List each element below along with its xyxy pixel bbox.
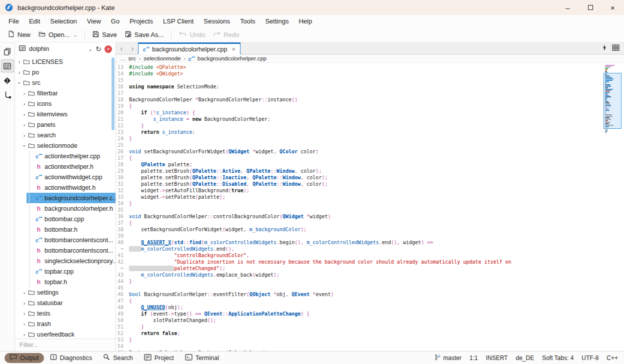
- breadcrumb-item[interactable]: selectionmode: [144, 55, 180, 61]
- tree-item-trash[interactable]: ›trash: [15, 319, 116, 329]
- menu-view[interactable]: View: [82, 16, 106, 26]
- tree-item-backgroundcolorhelper-h[interactable]: hbackgroundcolorhelper.h: [15, 203, 116, 214]
- status-tab-settings[interactable]: Soft Tabs: 4: [542, 355, 574, 362]
- tree-item-kitemviews[interactable]: ›kitemviews: [15, 109, 116, 119]
- tree-item-body[interactable]: hsingleclickselectionproxy...: [26, 256, 116, 266]
- tree-item-selectionmode[interactable]: ›selectionmode: [15, 140, 116, 151]
- project-dropdown-icon[interactable]: ⌄: [88, 46, 92, 52]
- sidebar-symbols-icon[interactable]: [1, 88, 14, 101]
- output-toolview-button[interactable]: Output: [4, 353, 44, 363]
- tree-item-singleclickselectionproxy-[interactable]: hsingleclickselectionproxy...: [15, 256, 116, 266]
- status-encoding[interactable]: UTF-8: [582, 355, 598, 362]
- tree-item-actiontexthelper-cpp[interactable]: c++actiontexthelper.cpp: [15, 151, 116, 161]
- tree-item-bottombar-h[interactable]: hbottombar.h: [15, 224, 116, 235]
- tree-item-icons[interactable]: ›icons: [15, 98, 116, 109]
- tree-item-body[interactable]: c++bottombar.cpp: [26, 214, 86, 224]
- save-button[interactable]: Save: [88, 29, 121, 41]
- status-cursor-position[interactable]: 1:1: [470, 355, 478, 362]
- diagnostics-toolview-button[interactable]: Diagnostics: [45, 353, 98, 363]
- tree-item-body[interactable]: ›tests: [22, 308, 52, 319]
- tree-item-search[interactable]: ›search: [15, 130, 116, 140]
- status-dictionary[interactable]: de_DE: [516, 355, 534, 362]
- open-button[interactable]: Open...⌄: [34, 29, 81, 41]
- menu-tools[interactable]: Tools: [235, 16, 260, 26]
- tree-item-body[interactable]: c++actionwithwidget.cpp: [26, 172, 104, 182]
- tree-item-backgroundcolorhelper-c-[interactable]: c++backgroundcolorhelper.c...: [15, 193, 116, 203]
- tree-item-topbar-cpp[interactable]: c++topbar.cpp: [15, 266, 116, 277]
- tree-item-body[interactable]: hbottombar.h: [26, 224, 80, 235]
- sidebar-documents-icon[interactable]: [1, 45, 14, 58]
- close-button[interactable]: ×: [602, 0, 624, 15]
- tree-item-actiontexthelper-h[interactable]: hactiontexthelper.h: [15, 161, 116, 172]
- expand-icon[interactable]: ›: [22, 111, 27, 117]
- save-as-button[interactable]: Save As...: [121, 29, 168, 41]
- tab-close-icon[interactable]: ×: [232, 45, 236, 53]
- expand-icon[interactable]: ›: [22, 290, 27, 296]
- menu-selection[interactable]: Selection: [45, 16, 82, 26]
- tree-item-body[interactable]: ›src: [16, 77, 42, 88]
- tree-item-po[interactable]: ›po: [15, 67, 116, 77]
- tree-item-body[interactable]: ›trash: [22, 319, 53, 329]
- tree-item-body[interactable]: ›po: [16, 67, 41, 77]
- redo-button[interactable]: Redo: [209, 29, 243, 40]
- expand-icon[interactable]: ›: [22, 332, 27, 338]
- project-name[interactable]: dolphin: [29, 45, 49, 52]
- tree-item-tests[interactable]: ›tests: [15, 308, 116, 319]
- collapse-icon[interactable]: ›: [22, 143, 28, 148]
- expand-icon[interactable]: ›: [16, 69, 22, 75]
- tree-item-body[interactable]: ›filterbar: [22, 88, 60, 98]
- breadcrumb-item[interactable]: src: [128, 55, 136, 61]
- refresh-icon[interactable]: ↻: [96, 45, 102, 53]
- tree-item-panels[interactable]: ›panels: [15, 119, 116, 130]
- tree-item-body[interactable]: ›search: [22, 130, 58, 140]
- menu-projects[interactable]: Projects: [124, 16, 158, 26]
- expand-icon[interactable]: ›: [22, 311, 27, 317]
- tree-item-body[interactable]: ›panels: [22, 119, 58, 130]
- split-view-icon[interactable]: [612, 44, 620, 53]
- tree-item-body[interactable]: hactiontexthelper.h: [26, 161, 96, 172]
- tree-item-body[interactable]: c++bottombarcontentscont...: [26, 235, 116, 245]
- code-editor[interactable]: 13#include <QPalette>14#include <QWidget…: [116, 63, 624, 351]
- expand-icon[interactable]: ›: [22, 300, 27, 306]
- tree-item-body[interactable]: ›settings: [22, 287, 60, 298]
- undo-button[interactable]: Undo: [175, 29, 209, 40]
- tree-item-topbar-h[interactable]: htopbar.h: [15, 277, 116, 287]
- close-panel-icon[interactable]: ×: [104, 45, 112, 53]
- search-toolview-button[interactable]: Search: [98, 353, 138, 363]
- minimap-viewport[interactable]: [604, 73, 622, 129]
- sidebar-project-list-icon[interactable]: [1, 59, 14, 72]
- tree-item-body[interactable]: hactionwithwidget.h: [26, 182, 98, 193]
- menu-go[interactable]: Go: [106, 16, 124, 26]
- menu-lsp-client[interactable]: LSP Client: [158, 16, 198, 26]
- tree-item-statusbar[interactable]: ›statusbar: [15, 298, 116, 308]
- minimize-button[interactable]: –: [556, 0, 579, 15]
- tree-item-bottombar-cpp[interactable]: c++bottombar.cpp: [15, 214, 116, 224]
- back-icon[interactable]: ‹: [116, 42, 127, 54]
- lightning-icon[interactable]: [602, 44, 606, 53]
- minimap-scrollbar[interactable]: [605, 65, 620, 134]
- tree-item-body[interactable]: hbottombarcontentscont...: [26, 245, 116, 256]
- expand-icon[interactable]: ›: [22, 132, 27, 138]
- project-toolview-button[interactable]: Project: [139, 353, 179, 363]
- expand-icon[interactable]: ›: [22, 101, 27, 107]
- expand-icon[interactable]: ›: [22, 321, 27, 327]
- expand-icon[interactable]: ›: [16, 59, 22, 65]
- terminal-toolview-button[interactable]: Terminal: [180, 353, 224, 363]
- tree-scrollbar[interactable]: [112, 57, 114, 130]
- tab-backgroundcolorhelper[interactable]: c++ backgroundcolorhelper.cpp ×: [138, 42, 240, 54]
- status-branch[interactable]: master: [434, 354, 462, 362]
- chevron-down-icon[interactable]: ⌄: [74, 32, 78, 37]
- tree-item-userfeedback[interactable]: ›userfeedback: [15, 329, 116, 339]
- tree-item-filterbar[interactable]: ›filterbar: [15, 88, 116, 98]
- breadcrumb-item[interactable]: backgroundcolorhelper.cpp: [198, 55, 266, 61]
- menu-help[interactable]: Help: [294, 16, 317, 26]
- status-input-mode[interactable]: INSERT: [486, 355, 508, 362]
- tree-item-body[interactable]: hbackgroundcolorhelper.h: [26, 203, 115, 214]
- tree-item-bottombarcontentscont-[interactable]: c++bottombarcontentscont...: [15, 235, 116, 245]
- maximize-button[interactable]: [579, 0, 602, 15]
- tree-item-body[interactable]: ›statusbar: [22, 298, 64, 308]
- expand-icon[interactable]: ›: [22, 90, 27, 96]
- tree-item-body[interactable]: ›LICENSES: [16, 56, 65, 67]
- status-language[interactable]: C++: [606, 355, 618, 362]
- tree-item-body[interactable]: c++topbar.cpp: [26, 266, 76, 277]
